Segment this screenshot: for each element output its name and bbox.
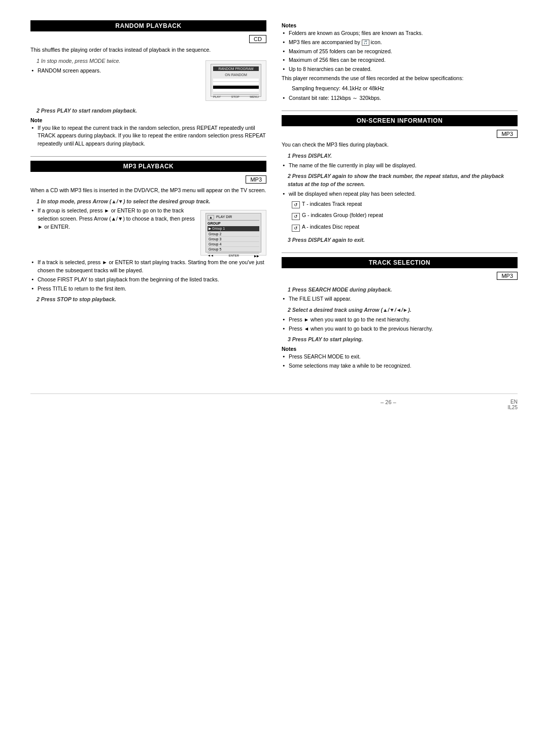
repeat-t-label: T - indicates Track repeat <box>302 200 362 208</box>
random-note-label: Note <box>30 117 266 123</box>
notes-label: Notes <box>282 22 518 28</box>
mp3-bullet1: If a group is selected, press ► or ENTER… <box>30 207 266 231</box>
on-screen-info-section: ON-SCREEN INFORMATION MP3 You can check … <box>282 115 518 244</box>
random-bullet-screen: RANDOM screen appears. <box>30 67 266 75</box>
on-screen-bullet1: The name of the file currently in play w… <box>282 162 518 170</box>
on-screen-step3: 3 Press DISPLAY again to exit. <box>288 236 518 244</box>
mp3-step2: 2 Press STOP to stop playback. <box>37 296 266 304</box>
divider-3 <box>282 253 518 253</box>
spec2: Constant bit rate: 112kbps ～ 320kbps. <box>282 94 518 102</box>
footer-language: EN IL25 <box>508 399 518 410</box>
mp3-playback-badge: MP3 <box>246 175 266 184</box>
repeat-g-label: G - indicates Group (folder) repeat <box>302 211 383 220</box>
mp3-bullet3: Choose FIRST PLAY to start playback from… <box>30 276 266 284</box>
repeat-g-icon: ↺ <box>292 213 300 220</box>
track-step1: 1 Press SEARCH MODE during playback. <box>288 286 518 294</box>
page-footer: – 26 – EN IL25 <box>30 393 518 410</box>
page-content: RANDOM PLAYBACK CD This shuffles the pla… <box>30 20 518 378</box>
mp3-file-icon: 🎵 <box>362 40 369 46</box>
track-selection-badge: MP3 <box>497 272 518 280</box>
track-step2: 2 Select a desired track using Arrow (▲/… <box>288 306 518 314</box>
random-playback-intro: This shuffles the playing order of track… <box>30 46 266 54</box>
random-playback-badge: CD <box>249 35 266 43</box>
divider-1 <box>30 156 266 157</box>
repeat-a-label: A - indicates Disc repeat <box>302 223 359 231</box>
note4: Maximum of 256 files can be recognized. <box>282 56 518 64</box>
repeat-a-icon: ↺ <box>292 225 300 232</box>
random-note1: If you like to repeat the current track … <box>30 124 266 148</box>
mp3-bullet4: Press TITLE to return to the first item. <box>30 285 266 293</box>
on-screen-intro: You can check the MP3 files during playb… <box>282 141 518 149</box>
note3: Maximum of 255 folders can be recognized… <box>282 48 518 56</box>
note6: This player recommends the use of files … <box>282 75 518 83</box>
random-playback-title: RANDOM PLAYBACK <box>30 20 266 31</box>
footer-page-number: – 26 – <box>269 399 507 410</box>
mp3-playback-title: MP3 PLAYBACK <box>30 161 266 172</box>
note2: MP3 files are accompanied by 🎵 icon. <box>282 39 518 47</box>
on-screen-info-title: ON-SCREEN INFORMATION <box>282 115 518 126</box>
note5: Up to 8 hierarchies can be created. <box>282 65 518 74</box>
track-selection-section: TRACK SELECTION MP3 1 Press SEARCH MODE … <box>282 257 518 370</box>
divider-2 <box>282 111 518 111</box>
on-screen-bullet2: will be displayed when repeat play has b… <box>282 190 518 198</box>
track-bullet2: Press ► when you want to go to the next … <box>282 316 518 324</box>
on-screen-step1: 1 Press DISPLAY. <box>288 152 518 160</box>
track-list-row-3: Group 3 <box>208 237 259 242</box>
on-screen-step2: 2 Press DISPLAY again to show the track … <box>288 172 518 189</box>
track-selection-title: TRACK SELECTION <box>282 257 518 268</box>
random-step2: 2 Press PLAY to start random playback. <box>37 107 266 115</box>
repeat-g-row: ↺ G - indicates Group (folder) repeat <box>292 211 518 222</box>
track-list-row-4: Group 4 <box>208 242 259 247</box>
track-list-row-2: Group 2 <box>208 232 259 237</box>
notes-section: Notes Folders are known as Groups; files… <box>282 22 518 102</box>
repeat-t-icon: ↺ <box>292 201 300 208</box>
screen-bottom: PLAYSTOPMENU <box>213 94 259 98</box>
mp3-playback-section: MP3 PLAYBACK MP3 When a CD with MP3 file… <box>30 161 266 304</box>
mp3-step1: 1 In stop mode, press Arrow (▲/▼) to sel… <box>37 198 266 206</box>
track-notes-label: Notes <box>282 346 518 352</box>
on-screen-info-badge: MP3 <box>497 130 518 138</box>
mp3-playback-intro: When a CD with MP3 files is inserted in … <box>30 187 266 195</box>
track-step3: 3 Press PLAY to start playing. <box>288 336 518 344</box>
right-column: Notes Folders are known as Groups; files… <box>282 20 518 378</box>
repeat-t-row: ↺ T - indicates Track repeat <box>292 200 518 210</box>
track-bullet1: The FILE LIST will appear. <box>282 295 518 303</box>
note1: Folders are known as Groups; files are k… <box>282 29 518 38</box>
random-playback-section: RANDOM PLAYBACK CD This shuffles the pla… <box>30 20 266 148</box>
spec1: Sampling frequency: 44.1kHz or 48kHz <box>292 85 518 93</box>
mp3-bullet2: If a track is selected, press ► or ENTER… <box>30 259 266 275</box>
track-bullet3: Press ◄ when you want to go back to the … <box>282 325 518 333</box>
track-note2: Some selections may take a while to be r… <box>282 362 518 370</box>
track-note1: Press SEARCH MODE to exit. <box>282 353 518 361</box>
left-column: RANDOM PLAYBACK CD This shuffles the pla… <box>30 20 266 378</box>
track-list-row-5: Group 5 <box>208 247 259 252</box>
repeat-a-row: ↺ A - indicates Disc repeat <box>292 223 518 233</box>
